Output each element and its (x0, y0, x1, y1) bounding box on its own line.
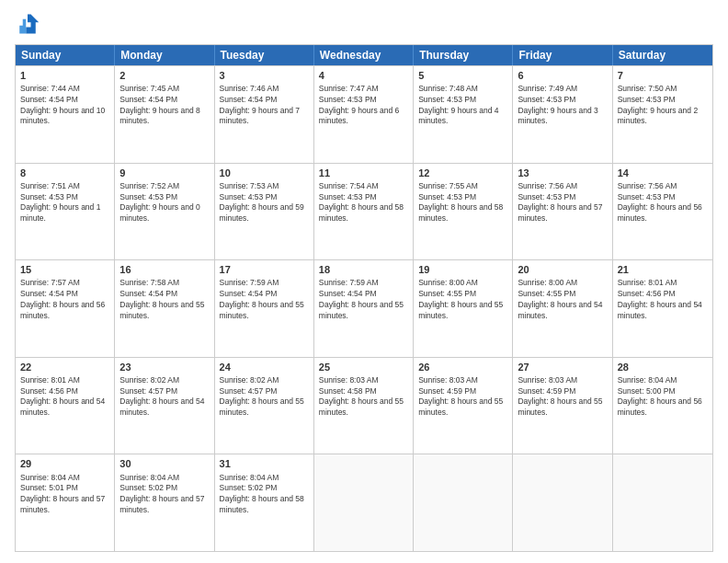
logo-icon (15, 11, 40, 37)
cal-cell: 21Sunrise: 8:01 AMSunset: 4:56 PMDayligh… (613, 260, 712, 357)
page: SundayMondayTuesdayWednesdayThursdayFrid… (0, 0, 728, 563)
cell-info: Sunrise: 8:02 AMSunset: 4:57 PMDaylight:… (119, 375, 204, 417)
day-number: 14 (618, 167, 708, 179)
logo (15, 11, 44, 37)
day-number: 12 (418, 167, 507, 179)
day-number: 1 (20, 69, 109, 82)
cell-info: Sunrise: 8:02 AMSunset: 4:57 PMDaylight:… (220, 375, 304, 417)
cal-header-thursday: Thursday (414, 45, 513, 65)
cell-info: Sunrise: 7:59 AMSunset: 4:54 PMDaylight:… (319, 278, 404, 319)
cal-cell: 16Sunrise: 7:58 AMSunset: 4:54 PMDayligh… (115, 260, 214, 357)
cell-info: Sunrise: 7:56 AMSunset: 4:53 PMDaylight:… (618, 181, 702, 223)
day-number: 8 (20, 167, 109, 179)
day-number: 17 (220, 263, 309, 276)
cell-info: Sunrise: 8:00 AMSunset: 4:55 PMDaylight:… (518, 278, 602, 319)
cal-cell: 13Sunrise: 7:56 AMSunset: 4:53 PMDayligh… (513, 164, 612, 260)
cell-info: Sunrise: 7:57 AMSunset: 4:54 PMDaylight:… (20, 278, 105, 319)
cell-info: Sunrise: 8:00 AMSunset: 4:55 PMDaylight:… (418, 278, 503, 319)
day-number: 22 (20, 361, 109, 373)
cell-info: Sunrise: 7:47 AMSunset: 4:53 PMDaylight:… (319, 84, 399, 125)
cell-info: Sunrise: 8:04 AMSunset: 5:02 PMDaylight:… (220, 473, 304, 514)
cal-cell: 29Sunrise: 8:04 AMSunset: 5:01 PMDayligh… (16, 454, 115, 551)
cal-cell: 19Sunrise: 8:00 AMSunset: 4:55 PMDayligh… (414, 260, 513, 357)
cal-cell: 20Sunrise: 8:00 AMSunset: 4:55 PMDayligh… (513, 260, 612, 357)
day-number: 13 (518, 167, 607, 179)
cal-cell: 22Sunrise: 8:01 AMSunset: 4:56 PMDayligh… (16, 358, 115, 454)
day-number: 27 (518, 361, 607, 373)
cal-week-4: 22Sunrise: 8:01 AMSunset: 4:56 PMDayligh… (16, 357, 712, 454)
cal-week-5: 29Sunrise: 8:04 AMSunset: 5:01 PMDayligh… (16, 454, 712, 551)
day-number: 29 (20, 457, 109, 470)
cal-week-3: 15Sunrise: 7:57 AMSunset: 4:54 PMDayligh… (16, 259, 712, 357)
cal-cell: 25Sunrise: 8:03 AMSunset: 4:58 PMDayligh… (314, 358, 414, 454)
cal-cell (414, 454, 513, 551)
cell-info: Sunrise: 8:03 AMSunset: 4:58 PMDaylight:… (319, 375, 404, 417)
cell-info: Sunrise: 7:58 AMSunset: 4:54 PMDaylight:… (119, 278, 204, 319)
cal-cell: 10Sunrise: 7:53 AMSunset: 4:53 PMDayligh… (215, 164, 314, 260)
cell-info: Sunrise: 7:48 AMSunset: 4:53 PMDaylight:… (418, 84, 498, 125)
cal-cell: 2Sunrise: 7:45 AMSunset: 4:54 PMDaylight… (115, 66, 214, 163)
cal-cell: 17Sunrise: 7:59 AMSunset: 4:54 PMDayligh… (215, 260, 314, 357)
day-number: 15 (20, 263, 109, 276)
cal-cell: 18Sunrise: 7:59 AMSunset: 4:54 PMDayligh… (314, 260, 414, 357)
cal-week-2: 8Sunrise: 7:51 AMSunset: 4:53 PMDaylight… (16, 163, 712, 260)
cal-cell: 24Sunrise: 8:02 AMSunset: 4:57 PMDayligh… (215, 358, 314, 454)
cal-cell: 9Sunrise: 7:52 AMSunset: 4:53 PMDaylight… (115, 164, 214, 260)
day-number: 3 (220, 69, 309, 82)
cal-cell: 8Sunrise: 7:51 AMSunset: 4:53 PMDaylight… (16, 164, 115, 260)
cell-info: Sunrise: 7:45 AMSunset: 4:54 PMDaylight:… (119, 84, 199, 125)
cal-cell: 15Sunrise: 7:57 AMSunset: 4:54 PMDayligh… (16, 260, 115, 357)
cell-info: Sunrise: 7:49 AMSunset: 4:53 PMDaylight:… (518, 84, 597, 125)
cal-cell (613, 454, 712, 551)
day-number: 18 (319, 263, 408, 276)
cell-info: Sunrise: 8:04 AMSunset: 5:00 PMDaylight:… (618, 375, 702, 417)
cell-info: Sunrise: 7:55 AMSunset: 4:53 PMDaylight:… (418, 181, 503, 223)
day-number: 28 (618, 361, 708, 373)
cal-header-sunday: Sunday (16, 45, 115, 65)
cal-cell: 12Sunrise: 7:55 AMSunset: 4:53 PMDayligh… (414, 164, 513, 260)
cal-header-monday: Monday (115, 45, 214, 65)
cal-cell: 27Sunrise: 8:03 AMSunset: 4:59 PMDayligh… (513, 358, 612, 454)
day-number: 23 (119, 361, 209, 373)
cell-info: Sunrise: 7:53 AMSunset: 4:53 PMDaylight:… (220, 181, 304, 223)
day-number: 25 (319, 361, 408, 373)
day-number: 24 (220, 361, 309, 373)
svg-marker-0 (26, 15, 39, 34)
cell-info: Sunrise: 7:56 AMSunset: 4:53 PMDaylight:… (518, 181, 602, 223)
cal-cell: 6Sunrise: 7:49 AMSunset: 4:53 PMDaylight… (513, 66, 612, 163)
cal-header-saturday: Saturday (613, 45, 712, 65)
cell-info: Sunrise: 7:54 AMSunset: 4:53 PMDaylight:… (319, 181, 404, 223)
day-number: 9 (119, 167, 209, 179)
cal-cell: 7Sunrise: 7:50 AMSunset: 4:53 PMDaylight… (613, 66, 712, 163)
cal-cell: 3Sunrise: 7:46 AMSunset: 4:54 PMDaylight… (215, 66, 314, 163)
day-number: 26 (418, 361, 507, 373)
day-number: 11 (319, 167, 408, 179)
cell-info: Sunrise: 8:03 AMSunset: 4:59 PMDaylight:… (518, 375, 602, 417)
cell-info: Sunrise: 7:59 AMSunset: 4:54 PMDaylight:… (220, 278, 304, 319)
cal-cell: 23Sunrise: 8:02 AMSunset: 4:57 PMDayligh… (115, 358, 214, 454)
cal-header-wednesday: Wednesday (314, 45, 414, 65)
cal-cell: 4Sunrise: 7:47 AMSunset: 4:53 PMDaylight… (314, 66, 414, 163)
day-number: 30 (119, 457, 209, 470)
cal-cell: 11Sunrise: 7:54 AMSunset: 4:53 PMDayligh… (314, 164, 414, 260)
header (15, 11, 713, 37)
cal-cell: 1Sunrise: 7:44 AMSunset: 4:54 PMDaylight… (16, 66, 115, 163)
cell-info: Sunrise: 7:51 AMSunset: 4:53 PMDaylight:… (20, 181, 100, 223)
cal-cell: 26Sunrise: 8:03 AMSunset: 4:59 PMDayligh… (414, 358, 513, 454)
cal-cell: 5Sunrise: 7:48 AMSunset: 4:53 PMDaylight… (414, 66, 513, 163)
calendar-body: 1Sunrise: 7:44 AMSunset: 4:54 PMDaylight… (16, 65, 712, 551)
day-number: 2 (119, 69, 209, 82)
cal-cell: 14Sunrise: 7:56 AMSunset: 4:53 PMDayligh… (613, 164, 712, 260)
day-number: 21 (618, 263, 708, 276)
cal-cell (314, 454, 414, 551)
day-number: 16 (119, 263, 209, 276)
cell-info: Sunrise: 7:44 AMSunset: 4:54 PMDaylight:… (20, 84, 105, 125)
svg-marker-1 (19, 19, 26, 34)
cal-header-tuesday: Tuesday (215, 45, 314, 65)
cell-info: Sunrise: 8:03 AMSunset: 4:59 PMDaylight:… (418, 375, 503, 417)
day-number: 20 (518, 263, 607, 276)
cal-header-friday: Friday (513, 45, 612, 65)
day-number: 10 (220, 167, 309, 179)
calendar-header: SundayMondayTuesdayWednesdayThursdayFrid… (16, 45, 712, 65)
cal-cell: 30Sunrise: 8:04 AMSunset: 5:02 PMDayligh… (115, 454, 214, 551)
